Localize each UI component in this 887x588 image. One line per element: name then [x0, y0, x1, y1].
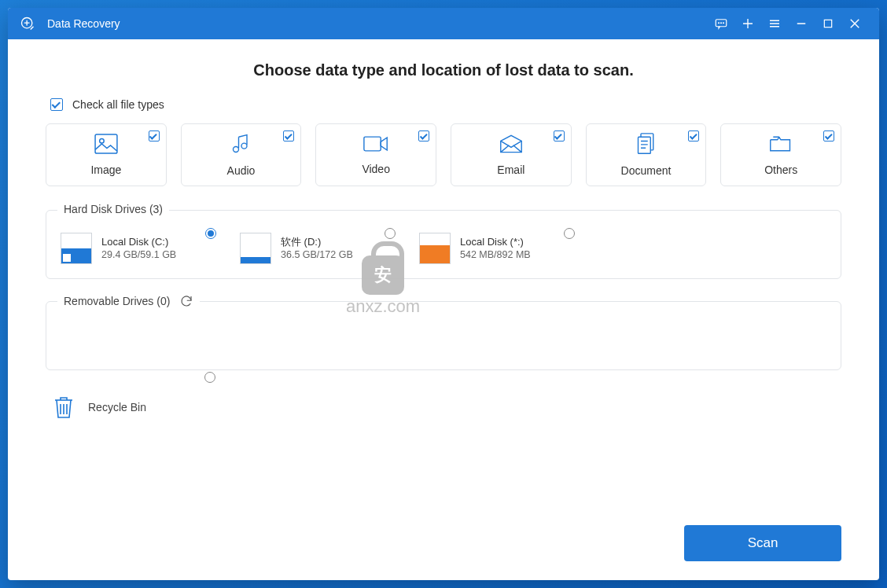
add-button[interactable]	[734, 8, 761, 39]
type-checkbox-others[interactable]	[823, 130, 834, 141]
type-card-image[interactable]: Image	[46, 123, 167, 186]
svg-rect-17	[95, 134, 117, 153]
svg-point-5	[719, 23, 720, 24]
svg-point-19	[233, 147, 238, 153]
svg-point-20	[241, 143, 247, 149]
scan-button[interactable]: Scan	[684, 525, 841, 561]
drive-info: Local Disk (C:) 29.4 GB/59.1 GB	[101, 235, 176, 262]
recycle-bin-item[interactable]: Recycle Bin	[50, 392, 184, 422]
svg-rect-23	[638, 137, 650, 153]
drive-size: 542 MB/892 MB	[460, 248, 531, 262]
app-title: Data Recovery	[47, 17, 120, 30]
drive-name: Local Disk (*:)	[460, 235, 531, 249]
page-heading: Choose data type and location of lost da…	[46, 61, 841, 79]
type-label: Video	[362, 163, 390, 175]
feedback-button[interactable]	[708, 8, 734, 39]
type-label: Image	[90, 164, 121, 176]
removable-section: Removable Drives (0)	[46, 301, 841, 370]
type-checkbox-video[interactable]	[418, 130, 429, 141]
drive-info: 软件 (D:) 36.5 GB/172 GB	[281, 235, 353, 262]
type-label: Email	[497, 164, 524, 176]
video-icon	[363, 134, 388, 156]
svg-rect-21	[364, 137, 381, 151]
drive-info: Local Disk (*:) 542 MB/892 MB	[460, 235, 531, 262]
drive-d-radio[interactable]	[385, 228, 396, 239]
drive-icon	[240, 233, 271, 264]
menu-button[interactable]	[761, 8, 788, 39]
maximize-button[interactable]	[815, 8, 841, 39]
drive-icon	[61, 233, 92, 264]
type-card-email[interactable]: Email	[451, 123, 572, 186]
removable-legend: Removable Drives (0)	[57, 294, 200, 308]
drive-c[interactable]: Local Disk (C:) 29.4 GB/59.1 GB	[61, 233, 202, 264]
recycle-bin-icon	[50, 392, 77, 422]
type-label: Others	[764, 164, 797, 176]
audio-icon	[230, 133, 252, 158]
type-checkbox-audio[interactable]	[283, 130, 294, 141]
drive-size: 36.5 GB/172 GB	[281, 248, 353, 262]
app-logo-icon	[19, 15, 36, 32]
type-card-video[interactable]: Video	[315, 123, 436, 186]
refresh-icon[interactable]	[179, 294, 193, 308]
check-all-row: Check all file types	[50, 98, 841, 111]
check-all-label: Check all file types	[72, 98, 164, 111]
svg-rect-14	[824, 20, 831, 27]
hdd-legend: Hard Disk Drives (3)	[57, 203, 169, 215]
folder-icon	[769, 134, 793, 157]
drive-icon	[419, 233, 451, 264]
app-window: Data Recovery Choose data type and locat…	[8, 8, 879, 580]
recycle-bin-label: Recycle Bin	[88, 401, 146, 413]
drive-size: 29.4 GB/59.1 GB	[101, 248, 176, 262]
drive-other[interactable]: Local Disk (*:) 542 MB/892 MB	[419, 233, 561, 264]
close-button[interactable]	[841, 8, 868, 39]
email-icon	[499, 134, 523, 157]
removable-legend-text: Removable Drives (0)	[64, 295, 170, 307]
content-area: Choose data type and location of lost da…	[8, 39, 879, 580]
drive-other-radio[interactable]	[564, 228, 575, 239]
titlebar: Data Recovery	[8, 8, 879, 39]
svg-point-7	[723, 23, 724, 24]
check-all-checkbox[interactable]	[50, 98, 63, 111]
type-checkbox-document[interactable]	[688, 130, 699, 141]
type-card-document[interactable]: Document	[586, 123, 707, 186]
recycle-bin-radio[interactable]	[204, 372, 215, 383]
drive-d[interactable]: 软件 (D:) 36.5 GB/172 GB	[240, 233, 381, 264]
image-icon	[94, 134, 118, 157]
drive-c-radio[interactable]	[205, 228, 216, 239]
svg-point-18	[99, 139, 104, 144]
drive-name: Local Disk (C:)	[101, 235, 176, 249]
drive-name: 软件 (D:)	[281, 235, 353, 249]
hdd-drive-list: Local Disk (C:) 29.4 GB/59.1 GB 软件 (D:) …	[61, 228, 826, 264]
windows-badge-icon	[63, 254, 71, 262]
file-type-grid: Image Audio Video	[46, 123, 841, 186]
type-card-audio[interactable]: Audio	[181, 123, 302, 186]
svg-point-6	[721, 23, 722, 24]
hdd-section: Hard Disk Drives (3) Local Disk (C:) 29.…	[46, 210, 841, 279]
type-card-others[interactable]: Others	[720, 123, 841, 186]
type-label: Audio	[227, 164, 256, 177]
type-checkbox-email[interactable]	[554, 130, 565, 141]
minimize-button[interactable]	[788, 8, 815, 39]
document-icon	[635, 133, 657, 158]
type-checkbox-image[interactable]	[149, 130, 160, 141]
type-label: Document	[621, 164, 672, 177]
